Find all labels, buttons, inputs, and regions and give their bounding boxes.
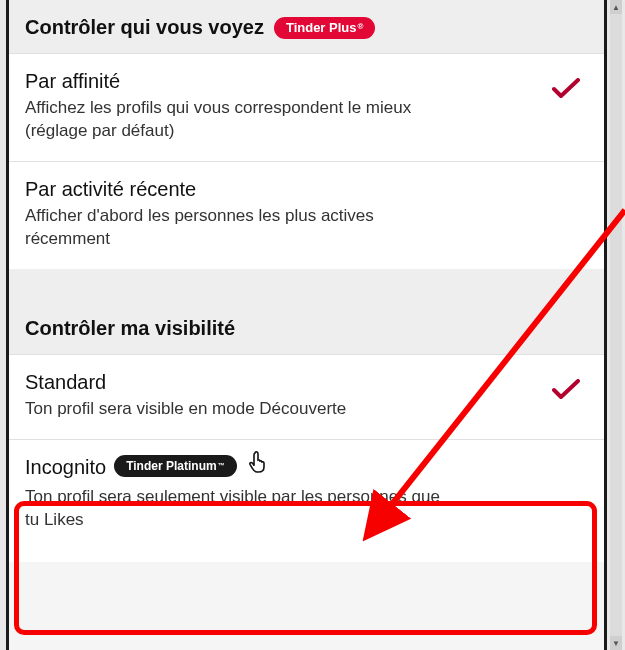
option-incognito-title: Incognito [25, 456, 106, 479]
cursor-pointer-icon [247, 450, 269, 474]
option-recent-desc: Afficher d'abord les personnes les plus … [25, 205, 445, 251]
option-affinity-title: Par affinité [25, 70, 445, 93]
scrollbar-down-icon[interactable]: ▼ [610, 636, 622, 650]
checkmark-icon [552, 371, 588, 401]
tinder-platinum-badge: Tinder Platinum™ [114, 455, 236, 477]
option-recent-text: Par activité récente Afficher d'abord le… [25, 178, 445, 251]
option-standard-desc: Ton profil sera visible en mode Découver… [25, 398, 445, 421]
option-incognito-desc: Ton profil sera seulement visible par le… [25, 486, 445, 532]
option-standard-text: Standard Ton profil sera visible en mode… [25, 371, 445, 421]
trademark-icon: ™ [218, 462, 225, 469]
section-header-who-you-see: Contrôler qui vous voyez Tinder Plus® [9, 0, 604, 53]
option-affinity[interactable]: Par affinité Affichez les profils qui vo… [9, 53, 604, 161]
scrollbar-up-icon[interactable]: ▲ [610, 0, 622, 14]
option-incognito-text: Incognito Tinder Platinum™ Ton profil se… [25, 456, 445, 532]
option-standard[interactable]: Standard Ton profil sera visible en mode… [9, 354, 604, 439]
tinder-plus-badge: Tinder Plus® [274, 17, 375, 39]
registered-icon: ® [358, 23, 364, 31]
badge-plus-label: Tinder Plus [286, 21, 357, 34]
option-recent-title: Par activité récente [25, 178, 445, 201]
option-incognito[interactable]: Incognito Tinder Platinum™ Ton profil se… [9, 439, 604, 562]
section-title-who-you-see: Contrôler qui vous voyez [25, 16, 264, 39]
option-recent-activity[interactable]: Par activité récente Afficher d'abord le… [9, 161, 604, 269]
option-affinity-desc: Affichez les profils qui vous correspond… [25, 97, 445, 143]
section-title-visibility: Contrôler ma visibilité [25, 317, 235, 340]
section-header-visibility: Contrôler ma visibilité [9, 269, 604, 354]
badge-platinum-label: Tinder Platinum [126, 460, 216, 472]
option-standard-title: Standard [25, 371, 445, 394]
scrollbar[interactable]: ▲ ▼ [610, 0, 622, 650]
option-affinity-text: Par affinité Affichez les profils qui vo… [25, 70, 445, 143]
checkmark-icon [552, 70, 588, 100]
settings-panel: Contrôler qui vous voyez Tinder Plus® Pa… [6, 0, 607, 650]
